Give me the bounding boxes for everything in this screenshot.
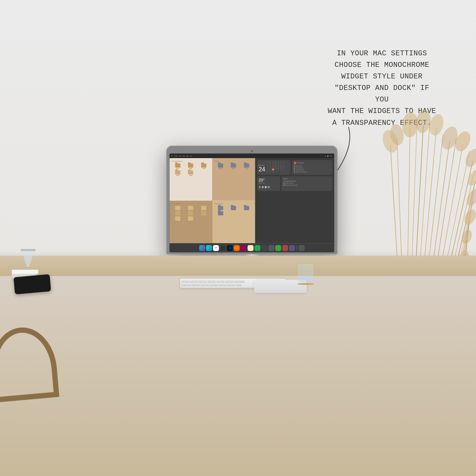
cal-day-13: 13 xyxy=(280,165,282,166)
folder-item xyxy=(172,206,184,210)
dock-icon-misc2 xyxy=(268,245,274,251)
folder-item xyxy=(214,211,227,215)
reminder-item-4: Annual leave change tips xyxy=(294,171,330,173)
task-item-2: Healthy meal check xyxy=(283,182,330,184)
file-menu: File xyxy=(179,155,181,157)
folder-icon xyxy=(201,163,207,168)
cal-header: Mar Oct 24 S M T W T F xyxy=(259,162,289,172)
task-text: Morning walk Change tips xyxy=(285,181,296,182)
key xyxy=(232,283,236,286)
cal-day-15: 15 xyxy=(266,167,269,168)
cal-mini-grid: S M T W T F S 1 2 3 xyxy=(266,162,285,172)
cal-day-30: 30 xyxy=(269,171,271,172)
monitor-bezel-top xyxy=(169,149,334,154)
widget-reminders: 5 Reminders Buy groceries Call dentist o xyxy=(292,160,332,175)
widget-weather: 20° Partly Cloudy M 18° T xyxy=(257,176,280,191)
folder-item: files xyxy=(240,163,253,169)
key xyxy=(205,283,209,286)
cal-day-5: 5 xyxy=(277,163,279,165)
folder-item xyxy=(228,206,240,210)
cal-day-2: 2 xyxy=(269,163,271,165)
key xyxy=(194,280,198,282)
floor xyxy=(0,276,476,476)
cal-day-14: 14 xyxy=(282,165,285,166)
apple-menu: ⌘ xyxy=(171,155,173,157)
reminder-item-1: Buy groceries xyxy=(294,165,330,167)
widget-row-top: Mar Oct 24 S M T W T F xyxy=(257,160,332,175)
folder-item xyxy=(185,216,197,221)
folder-grid-personal xyxy=(214,206,253,215)
folder-grid-archives xyxy=(172,206,210,221)
folder-item xyxy=(172,216,184,221)
dock-icon-id: Id xyxy=(240,245,246,251)
menubar-right: ▲ ▮▮ 9:41 xyxy=(325,155,332,157)
section-personal: PERSONAL xyxy=(212,201,255,243)
key xyxy=(182,283,187,286)
dock-icon-clock xyxy=(220,245,226,251)
widget-tasks: Tasks 9 Morning walk Change tips Healthy… xyxy=(281,176,332,191)
folder-icon xyxy=(175,163,180,168)
weather-day-tue: T 22° xyxy=(262,185,264,189)
weather-day-mon: M 18° xyxy=(259,185,261,189)
widget-row-bottom: 20° Partly Cloudy M 18° T xyxy=(257,176,332,191)
folder-item xyxy=(185,206,197,210)
key xyxy=(199,280,203,282)
reminder-text: Buy groceries xyxy=(296,165,302,167)
key xyxy=(210,283,213,286)
cal-day-31: 31 xyxy=(272,171,274,172)
cal-day-12: 12 xyxy=(277,165,279,166)
weather-day-icon xyxy=(259,186,261,188)
cal-day-10: 10 xyxy=(272,165,274,166)
day-temp: 22° xyxy=(262,188,263,189)
dock-icon-misc5 xyxy=(289,245,295,251)
monitor-screen: ⌘ Finder File Edit View Go ▲ ▮▮ 9:41 xyxy=(169,154,334,252)
cal-day-25: 25 xyxy=(274,168,277,171)
cal-day-18: 18 xyxy=(274,167,277,168)
cal-day-9: 9 xyxy=(269,165,271,166)
key xyxy=(212,280,216,282)
folder-icon xyxy=(201,211,207,215)
cal-day-6: 6 xyxy=(280,163,282,165)
weather-day-thu: T 21° xyxy=(267,185,269,189)
cal-month-label: Mar Oct 24 xyxy=(259,164,265,172)
folder-label: reports xyxy=(176,175,179,176)
cal-day-23: 23 xyxy=(269,168,271,171)
weather-day-icon xyxy=(267,186,269,188)
svg-rect-36 xyxy=(21,249,36,251)
cal-header-s: S xyxy=(266,162,269,163)
svg-point-33 xyxy=(462,208,476,227)
mac-dock: 24 Ps Ai Id xyxy=(169,243,334,252)
weather-temp: 20° xyxy=(259,178,278,182)
reminders-title: 5 Reminders xyxy=(294,162,330,164)
folder-icon-dark xyxy=(231,206,236,210)
dock-icon-ps: Ps xyxy=(227,245,233,251)
key xyxy=(192,283,196,286)
reminder-dot xyxy=(294,171,295,173)
folder-icon-dark xyxy=(218,163,223,168)
folder-icon xyxy=(175,216,180,221)
folder-item: design xyxy=(185,163,197,169)
day-label: W xyxy=(265,185,266,186)
glass-body xyxy=(298,264,313,282)
battery-icon-menu: ▮▮ xyxy=(327,155,328,157)
folder-icon xyxy=(188,216,193,221)
key xyxy=(216,280,220,282)
cal-header-t2: T xyxy=(277,162,279,163)
folder-icon-dark xyxy=(231,163,236,168)
cal-day-16: 16 xyxy=(269,167,271,168)
day-temp: 21° xyxy=(268,188,269,189)
key xyxy=(214,283,218,286)
cal-day-today-24: 24 xyxy=(272,168,274,171)
weather-day-icon xyxy=(262,186,264,188)
section-in-progress: IN PROGRESS project design xyxy=(169,158,212,201)
folder-icon xyxy=(175,170,180,175)
day-temp: 18° xyxy=(259,188,260,189)
view-menu: View xyxy=(186,155,189,157)
scene: IN YOUR MAC SETTINGS CHOOSE THE MONOCHRO… xyxy=(0,0,476,476)
reminder-text: Call dentist open xyxy=(296,167,303,169)
task-item-3: Before and now Change tips xyxy=(283,184,330,186)
desktop-content: IN PROGRESS project design xyxy=(169,158,334,243)
dock-icon-misc3 xyxy=(275,245,281,251)
time-display: 9:41 xyxy=(329,155,332,157)
key xyxy=(208,280,211,282)
